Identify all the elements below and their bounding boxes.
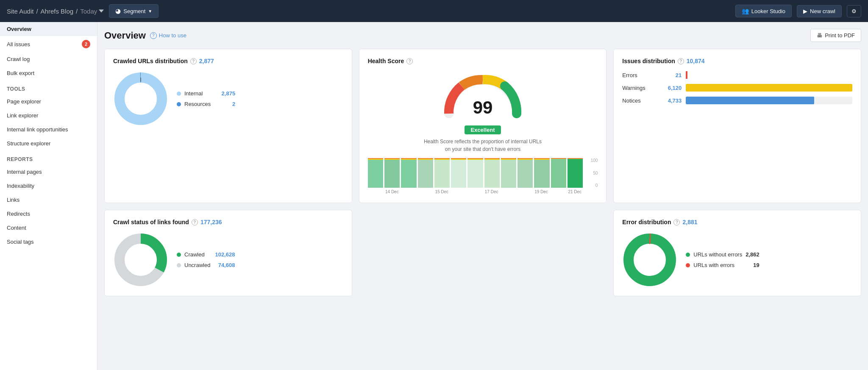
sidebar-item-internal-link-opportunities[interactable]: Internal link opportunities (0, 122, 97, 136)
sidebar-item-internal-pages[interactable]: Internal pages (0, 165, 97, 179)
print-icon: 🖶 (817, 32, 822, 39)
gauge: 99 (440, 71, 525, 122)
legend-internal: Internal 2,875 (177, 90, 235, 97)
notices-bar-container (686, 97, 852, 104)
bar-green (418, 160, 433, 188)
topnav-right: 👥 Looker Studio ▶ New crawl ⚙ (735, 5, 861, 17)
bar-green (534, 160, 549, 188)
error-distribution-title: Error distribution ? 2,881 (622, 219, 852, 225)
health-score-help[interactable]: ? (406, 58, 413, 64)
bar-col-12 (551, 158, 566, 188)
sidebar-item-social-tags[interactable]: Social tags (0, 235, 97, 249)
crawled-urls-card: Crawled URLs distribution ? 2,877 I (104, 49, 352, 203)
error-distribution-chart: URLs without errors 2,862 URLs with erro… (622, 232, 852, 287)
with-errors-dot (686, 263, 690, 267)
crawl-status-legend: Crawled 102,628 Uncrawled 74,608 (177, 251, 235, 268)
sidebar-item-links[interactable]: Links (0, 193, 97, 207)
svg-point-5 (629, 239, 671, 281)
sidebar-item-bulk-export[interactable]: Bulk export (0, 66, 97, 80)
new-crawl-button[interactable]: ▶ New crawl (797, 5, 842, 17)
sep1: / (36, 8, 38, 15)
error-distribution-help[interactable]: ? (673, 219, 680, 225)
issues-distribution-title: Issues distribution ? 10,874 (622, 58, 852, 64)
health-score-card: Health Score ? (359, 49, 607, 203)
bar-col-11 (534, 158, 549, 188)
legend-crawled: Crawled 102,628 (177, 251, 235, 258)
bar-col-7 (467, 158, 483, 188)
warnings-bar-container (686, 84, 852, 92)
bar-col-1 (368, 158, 383, 188)
gauge-description: Health Score reflects the proportion of … (423, 138, 542, 153)
print-to-pdf-button[interactable]: 🖶 Print to PDF (810, 29, 861, 42)
crawl-status-help[interactable]: ? (192, 219, 198, 225)
crawl-status-card: Crawl status of links found ? 177,236 Cr… (104, 210, 352, 296)
sidebar-item-page-explorer[interactable]: Page explorer (0, 95, 97, 108)
bar-col-9 (501, 158, 516, 188)
settings-button[interactable]: ⚙ (847, 5, 861, 17)
bar-green (467, 160, 483, 188)
x-label-14dec: 14 Dec (368, 189, 416, 194)
bar-col-2 (384, 158, 400, 188)
cards-grid-bottom: Crawl status of links found ? 177,236 Cr… (104, 210, 861, 296)
blog-label[interactable]: Ahrefs Blog (41, 8, 74, 15)
bar-col-3 (401, 158, 416, 188)
bar-green (568, 159, 583, 188)
cards-grid-top: Crawled URLs distribution ? 2,877 I (104, 49, 861, 203)
how-to-use-link[interactable]: ? How to use (150, 32, 186, 39)
x-label-17dec: 17 Dec (467, 189, 515, 194)
health-score-title: Health Score ? (368, 58, 598, 64)
issues-errors-row: Errors 21 (622, 71, 852, 79)
issues-notices-row: Notices 4,733 (622, 97, 852, 104)
bar-green (451, 160, 466, 188)
issues-help[interactable]: ? (678, 58, 684, 64)
error-donut (622, 232, 677, 287)
looker-studio-button[interactable]: 👥 Looker Studio (735, 5, 792, 17)
internal-dot (177, 92, 181, 96)
resources-dot (177, 102, 181, 106)
bar-green (434, 160, 450, 188)
sidebar-item-crawl-log[interactable]: Crawl log (0, 52, 97, 66)
segment-button[interactable]: ◕ Segment ▼ (109, 4, 159, 18)
sidebar-item-link-explorer[interactable]: Link explorer (0, 108, 97, 122)
top-navigation: Site Audit / Ahrefs Blog / Today ◕ Segme… (0, 0, 868, 22)
bar-col-10 (517, 158, 533, 188)
gauge-label: Excellent (465, 125, 501, 134)
crawled-urls-title: Crawled URLs distribution ? 2,877 (113, 58, 343, 64)
page-header: Overview ? How to use 🖶 Print to PDF (104, 29, 861, 42)
sep2: / (76, 8, 78, 15)
bar-chart-bars: 100 50 0 (368, 158, 598, 188)
crawl-status-chart: Crawled 102,628 Uncrawled 74,608 (113, 232, 343, 287)
legend-urls-without: URLs without errors 2,862 (686, 251, 759, 258)
bar-green (368, 160, 383, 188)
crawled-urls-legend: Internal 2,875 Resources 2 (177, 90, 235, 107)
breadcrumb: Site Audit / Ahrefs Blog / Today (7, 8, 104, 15)
site-audit-label[interactable]: Site Audit (7, 8, 33, 15)
legend-resources: Resources 2 (177, 101, 235, 107)
all-issues-badge: 2 (82, 40, 90, 48)
bar-col-5 (434, 158, 450, 188)
crawl-status-donut (113, 232, 168, 287)
health-history-chart: 100 50 0 14 Dec 15 Dec 17 Dec 19 Dec 21 … (368, 158, 598, 194)
x-label-21dec: 21 Dec (567, 189, 583, 194)
crawled-urls-donut (113, 71, 168, 126)
bottom-middle-placeholder (359, 210, 607, 296)
today-dropdown[interactable]: Today (80, 8, 104, 15)
sidebar-item-overview[interactable]: Overview (0, 22, 97, 36)
sidebar-item-structure-explorer[interactable]: Structure explorer (0, 136, 97, 150)
sidebar-item-redirects[interactable]: Redirects (0, 207, 97, 221)
sidebar: Overview All issues 2 Crawl log Bulk exp… (0, 22, 97, 370)
crawled-urls-help[interactable]: ? (190, 58, 197, 64)
sidebar-item-indexability[interactable]: Indexability (0, 179, 97, 193)
sidebar-item-content[interactable]: Content (0, 221, 97, 235)
bar-chart-x-labels: 14 Dec 15 Dec 17 Dec 19 Dec 21 Dec (368, 189, 598, 194)
uncrawled-dot (177, 263, 181, 267)
crawled-dot (177, 253, 181, 257)
bar-green (401, 160, 416, 188)
x-label-19dec: 19 Dec (517, 189, 565, 194)
crawled-urls-chart: Internal 2,875 Resources 2 (113, 71, 343, 126)
gear-icon: ⚙ (851, 8, 857, 14)
page-header-left: Overview ? How to use (104, 30, 186, 41)
page-title: Overview (104, 30, 146, 41)
crawl-status-title: Crawl status of links found ? 177,236 (113, 219, 343, 225)
sidebar-item-all-issues[interactable]: All issues 2 (0, 36, 97, 52)
